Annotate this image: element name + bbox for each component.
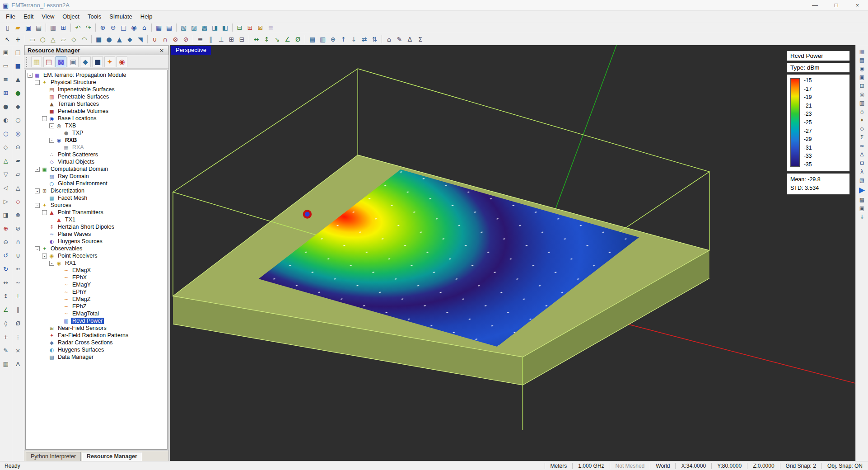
tree-item-emagx[interactable]: ∼EMagX bbox=[26, 267, 167, 274]
tool-icon[interactable]: △ bbox=[14, 183, 23, 192]
menu-file[interactable]: File bbox=[2, 12, 19, 21]
tool-icon[interactable]: Ø bbox=[14, 319, 23, 328]
menu-object[interactable]: Object bbox=[58, 12, 84, 21]
tool-icon[interactable]: ⊗ bbox=[14, 210, 23, 219]
toolbar-icon[interactable]: ▦ bbox=[154, 23, 164, 33]
toolbar-icon[interactable]: + bbox=[13, 34, 23, 44]
tool-icon[interactable]: ≡ bbox=[1, 75, 10, 84]
tree-item-far-field-radiation-patterns[interactable]: ✦Far-Field Radiation Patterns bbox=[26, 332, 167, 339]
close-button[interactable]: × bbox=[847, 0, 868, 10]
maximize-button[interactable]: □ bbox=[826, 0, 847, 10]
toolbar-icon[interactable]: ▤ bbox=[33, 23, 44, 33]
tool-icon[interactable]: ◊ bbox=[1, 319, 10, 328]
tree-expander[interactable]: - bbox=[49, 138, 54, 143]
tree-item-physical-structure[interactable]: -✦Physical Structure bbox=[26, 79, 167, 86]
view-tool-icon[interactable]: ▦ bbox=[857, 48, 867, 55]
toolbar-icon[interactable]: ↓ bbox=[349, 34, 359, 44]
toolbar-icon[interactable]: ≡ bbox=[266, 23, 276, 33]
tool-icon[interactable]: ● bbox=[1, 102, 10, 111]
tree-item-rcvd-power[interactable]: ▥Rcvd Power bbox=[26, 317, 167, 324]
toolbar-icon[interactable]: ↕ bbox=[261, 34, 272, 44]
tree-expander[interactable]: - bbox=[49, 123, 54, 128]
tool-icon[interactable]: ▭ bbox=[1, 61, 10, 70]
toolbar-icon[interactable]: △ bbox=[48, 34, 58, 44]
toolbar-icon[interactable]: ▣ bbox=[23, 23, 33, 33]
tree-item-data-manager[interactable]: ▤Data Manager bbox=[26, 353, 167, 361]
tree-item-huygens-surfaces[interactable]: ◐Huygens Surfaces bbox=[26, 346, 167, 353]
tree-item-ray-domain[interactable]: ▨Ray Domain bbox=[26, 173, 167, 180]
tool-icon[interactable]: ◆ bbox=[14, 102, 23, 111]
toolbar-icon[interactable]: ↘ bbox=[272, 34, 282, 44]
tree-item-discretization[interactable]: -⊞Discretization bbox=[26, 187, 167, 194]
tool-icon[interactable]: ↻ bbox=[1, 264, 10, 273]
tree-item-rx1[interactable]: -◉RX1 bbox=[26, 259, 167, 267]
tool-icon[interactable]: + bbox=[1, 332, 10, 341]
tree-item-sources[interactable]: -✦Sources bbox=[26, 202, 167, 209]
view-tool-icon[interactable]: ◎ bbox=[857, 91, 867, 98]
view-tool-icon[interactable]: ∆ bbox=[857, 151, 867, 158]
module-icon-1[interactable]: ▦ bbox=[31, 56, 42, 67]
toolbar-icon[interactable]: ◨ bbox=[210, 23, 220, 33]
toolbar-icon[interactable]: Σ bbox=[415, 34, 425, 44]
tree-expander[interactable]: - bbox=[42, 254, 47, 258]
view-tool-icon[interactable]: ▩ bbox=[857, 196, 867, 203]
view-tool-icon[interactable]: ▣ bbox=[857, 74, 867, 80]
tool-icon[interactable]: ⊖ bbox=[1, 237, 10, 246]
tool-icon[interactable]: ◁ bbox=[1, 183, 10, 192]
tab-python-interpreter[interactable]: Python Interpreter bbox=[26, 452, 81, 461]
tree-expander[interactable]: - bbox=[35, 188, 40, 193]
toolbar-icon[interactable]: ▧ bbox=[178, 23, 189, 33]
view-tool-icon[interactable]: λ bbox=[857, 168, 867, 175]
tool-icon[interactable]: △ bbox=[1, 156, 10, 165]
tree-item-rxb[interactable]: -◉RXB bbox=[26, 136, 167, 144]
toolbar-icon[interactable]: ▯ bbox=[2, 23, 13, 33]
module-icon-5[interactable]: ◆ bbox=[80, 56, 91, 67]
tool-icon[interactable]: A bbox=[14, 359, 23, 368]
view-tool-icon[interactable]: ▧ bbox=[857, 177, 867, 183]
tree-expander[interactable]: - bbox=[42, 116, 47, 121]
toolbar-icon[interactable]: ⊟ bbox=[237, 34, 247, 44]
toolbar-icon[interactable]: ○ bbox=[37, 34, 48, 44]
toolbar-icon[interactable]: ⊖ bbox=[108, 23, 118, 33]
tree-item-rxa[interactable]: ▦RXA bbox=[26, 144, 167, 151]
toolbar-icon[interactable]: ▤ bbox=[307, 34, 317, 44]
tree-expander[interactable]: - bbox=[49, 261, 54, 266]
tree-item-point-receivers[interactable]: -◉Point Receivers bbox=[26, 252, 167, 259]
toolbar-icon[interactable]: ⊕ bbox=[98, 23, 108, 33]
view-tool-icon[interactable]: ↓ bbox=[857, 213, 867, 220]
tool-icon[interactable]: ▱ bbox=[14, 169, 23, 179]
tree-item-facet-mesh[interactable]: ▦Facet Mesh bbox=[26, 194, 167, 202]
module-icon-6[interactable]: ■ bbox=[92, 56, 103, 67]
tree-item-ephy[interactable]: ∼EPhY bbox=[26, 288, 167, 296]
toolbar-icon[interactable]: ▥ bbox=[317, 34, 328, 44]
toolbar-icon[interactable]: ⌂ bbox=[384, 34, 394, 44]
toolbar-icon[interactable]: ▤ bbox=[164, 23, 174, 33]
toolbar-icon[interactable]: ∠ bbox=[282, 34, 293, 44]
toolbar-icon[interactable]: ⌂ bbox=[139, 23, 149, 33]
toolbar-icon[interactable]: ⊟ bbox=[234, 23, 245, 33]
toolbar-icon[interactable]: ∆ bbox=[405, 34, 415, 44]
tool-icon[interactable]: ✎ bbox=[1, 346, 10, 355]
toolbar-icon[interactable]: ⊕ bbox=[328, 34, 338, 44]
tree-item-ephz[interactable]: ∼EPhZ bbox=[26, 303, 167, 310]
tool-icon[interactable]: ◐ bbox=[1, 115, 10, 124]
toolbar-icon[interactable]: ⊠ bbox=[255, 23, 266, 33]
tool-icon[interactable]: □ bbox=[14, 47, 23, 56]
view-tool-icon[interactable]: ⊞ bbox=[857, 82, 867, 89]
tool-icon[interactable]: ≈ bbox=[14, 264, 23, 273]
tool-icon[interactable]: ↺ bbox=[1, 251, 10, 260]
tool-icon[interactable]: ⊞ bbox=[1, 88, 10, 97]
tool-icon[interactable]: ∩ bbox=[14, 237, 23, 246]
tree-item-penetrable-volumes[interactable]: ■Penetrable Volumes bbox=[26, 108, 167, 115]
tool-icon[interactable]: ⋮ bbox=[14, 332, 23, 341]
toolbar-icon[interactable]: ⊞ bbox=[226, 34, 237, 44]
toolbar-icon[interactable]: ↔ bbox=[251, 34, 261, 44]
tool-icon[interactable]: × bbox=[14, 346, 23, 355]
panel-close-icon[interactable]: × bbox=[158, 47, 165, 54]
tree-item-plane-waves[interactable]: ≈Plane Waves bbox=[26, 230, 167, 238]
tree-item-em-terrano-propagation-module[interactable]: -▦EM.Terrano: Propagation Module bbox=[26, 71, 167, 79]
module-icon-7[interactable]: ✦ bbox=[104, 56, 115, 67]
module-icon-3[interactable]: ▩ bbox=[56, 56, 66, 67]
toolbar-icon[interactable]: ⊞ bbox=[58, 23, 69, 33]
tool-icon[interactable]: ⊙ bbox=[14, 142, 23, 151]
